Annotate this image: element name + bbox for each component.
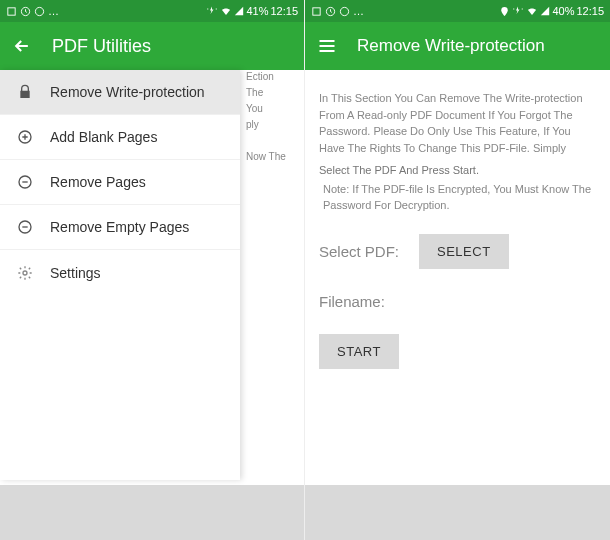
battery-text: 40% bbox=[552, 5, 574, 17]
back-arrow-icon[interactable] bbox=[12, 36, 32, 56]
gear-icon bbox=[16, 264, 34, 282]
background-content: Ection The You ply Now The bbox=[246, 70, 296, 166]
bottom-bar bbox=[305, 485, 610, 540]
info-icon bbox=[339, 6, 350, 17]
time-text: 12:15 bbox=[270, 5, 298, 17]
drawer-item-remove-empty-pages[interactable]: Remove Empty Pages bbox=[0, 205, 240, 250]
drawer-item-label: Add Blank Pages bbox=[50, 129, 157, 145]
minus-circle-icon bbox=[16, 173, 34, 191]
page-title: Remove Write-protection bbox=[357, 36, 545, 56]
minus-circle-icon bbox=[16, 218, 34, 236]
filename-label: Filename: bbox=[319, 293, 385, 310]
app-bar: PDF Utilities bbox=[0, 22, 304, 70]
wifi-icon bbox=[220, 5, 232, 17]
screenshot-icon bbox=[311, 6, 322, 17]
drawer-item-label: Remove Empty Pages bbox=[50, 219, 189, 235]
more-icon: … bbox=[353, 5, 364, 17]
app-title: PDF Utilities bbox=[52, 36, 151, 57]
note-text: Note: If The PDF-file Is Encrypted, You … bbox=[323, 181, 596, 214]
svg-rect-7 bbox=[313, 7, 320, 14]
vibrate-icon bbox=[206, 5, 218, 17]
drawer-item-label: Settings bbox=[50, 265, 101, 281]
app-bar: Remove Write-protection bbox=[305, 22, 610, 70]
time-text: 12:15 bbox=[576, 5, 604, 17]
status-bar: … 41% 12:15 bbox=[0, 0, 304, 22]
drawer-item-add-blank-pages[interactable]: Add Blank Pages bbox=[0, 115, 240, 160]
battery-text: 41% bbox=[246, 5, 268, 17]
vibrate-icon bbox=[512, 5, 524, 17]
select-pdf-label: Select PDF: bbox=[319, 243, 399, 260]
wifi-icon bbox=[526, 5, 538, 17]
signal-icon bbox=[234, 6, 244, 16]
select-button[interactable]: SELECT bbox=[419, 234, 509, 269]
screenshot-icon bbox=[6, 6, 17, 17]
lock-icon bbox=[16, 83, 34, 101]
clock-icon bbox=[20, 6, 31, 17]
info-icon bbox=[34, 6, 45, 17]
more-icon: … bbox=[48, 5, 59, 17]
drawer-item-remove-write-protection[interactable]: Remove Write-protection bbox=[0, 70, 240, 115]
drawer-item-label: Remove Write-protection bbox=[50, 84, 205, 100]
start-button[interactable]: START bbox=[319, 334, 399, 369]
signal-icon bbox=[540, 6, 550, 16]
hamburger-icon[interactable] bbox=[317, 36, 337, 56]
description-bold-text: Select The PDF And Press Start. bbox=[319, 162, 596, 179]
svg-point-2 bbox=[35, 7, 43, 15]
drawer-item-remove-pages[interactable]: Remove Pages bbox=[0, 160, 240, 205]
svg-rect-0 bbox=[8, 7, 15, 14]
status-bar: … 40% 12:15 bbox=[305, 0, 610, 22]
bottom-bar bbox=[0, 485, 304, 540]
clock-icon bbox=[325, 6, 336, 17]
description-text: In This Section You Can Remove The Write… bbox=[319, 90, 596, 156]
svg-point-9 bbox=[340, 7, 348, 15]
drawer-item-settings[interactable]: Settings bbox=[0, 250, 240, 295]
location-icon bbox=[499, 6, 510, 17]
svg-point-6 bbox=[23, 271, 27, 275]
plus-circle-icon bbox=[16, 128, 34, 146]
content-area: In This Section You Can Remove The Write… bbox=[305, 70, 610, 389]
drawer-item-label: Remove Pages bbox=[50, 174, 146, 190]
navigation-drawer: Remove Write-protection Add Blank Pages … bbox=[0, 70, 240, 480]
